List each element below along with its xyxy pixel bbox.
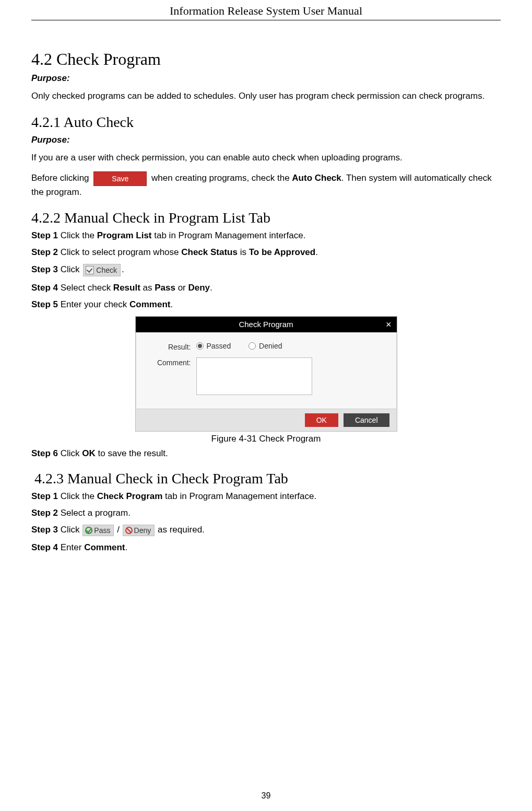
text-fragment: or <box>175 283 188 293</box>
purpose-label: Purpose: <box>31 135 501 145</box>
step-number: Step 1 <box>31 491 58 501</box>
text-fragment: tab in Program Management interface. <box>152 230 306 240</box>
bold-text: Comment <box>129 299 170 309</box>
dialog-title-bar: Check Program × <box>136 317 397 332</box>
step-number: Step 5 <box>31 299 58 309</box>
bold-text: Check Program <box>97 491 163 501</box>
bold-text: Pass <box>155 283 175 293</box>
text-fragment: tab in Program Management interface. <box>162 491 316 501</box>
check-button-label: Check <box>96 266 117 274</box>
text-fragment: . <box>125 542 128 552</box>
bold-text: Deny <box>188 283 210 293</box>
step-row: Step 3 Click Pass / Deny as required. <box>31 525 501 536</box>
pass-icon <box>85 527 92 534</box>
step-row: Step 4 Enter Comment. <box>31 542 501 553</box>
text-fragment: Click to select program whose <box>58 247 181 257</box>
cancel-button[interactable]: Cancel <box>344 413 389 427</box>
step-row: Step 6 Click OK to save the result. <box>31 448 501 459</box>
pass-button-label: Pass <box>94 526 110 535</box>
auto-check-paragraph: Before clicking Save when creating progr… <box>31 171 501 199</box>
purpose-text-4-2: Only checked programs can be added to sc… <box>31 90 501 102</box>
text-fragment: Select a program. <box>58 508 131 518</box>
step-row: Step 2 Select a program. <box>31 508 501 518</box>
check-program-dialog: Check Program × Result: Passed <box>135 316 397 432</box>
radio-icon <box>196 342 204 350</box>
radio-icon <box>249 342 256 350</box>
text-fragment: Enter your check <box>58 299 129 309</box>
figure-caption: Figure 4-31 Check Program <box>31 434 501 444</box>
step-number: Step 2 <box>31 508 58 518</box>
step-number: Step 4 <box>31 542 58 552</box>
heading-4-2-1: 4.2.1 Auto Check <box>31 114 501 131</box>
radio-denied[interactable]: Denied <box>249 342 282 350</box>
text-fragment: Enter <box>58 542 84 552</box>
comment-textarea[interactable] <box>196 357 312 395</box>
bold-text: To be Approved <box>249 247 316 257</box>
text-fragment: to save the result. <box>96 448 168 458</box>
comment-label: Comment: <box>149 357 196 367</box>
text-fragment: Click <box>58 448 82 458</box>
running-header: Information Release System User Manual <box>31 0 501 20</box>
step-number: Step 2 <box>31 247 58 257</box>
step-number: Step 4 <box>31 283 58 293</box>
step-row: Step 4 Select check Result as Pass or De… <box>31 283 501 293</box>
deny-button[interactable]: Deny <box>123 525 155 536</box>
text-fragment: as <box>140 283 155 293</box>
purpose-text-4-2-1: If you are a user with check permission,… <box>31 152 501 164</box>
heading-4-2-3: 4.2.3 Manual Check in Check Program Tab <box>34 470 501 487</box>
purpose-label: Purpose: <box>31 73 501 84</box>
radio-label: Passed <box>207 342 231 350</box>
pass-button[interactable]: Pass <box>82 525 114 536</box>
close-icon[interactable]: × <box>386 317 392 332</box>
radio-passed[interactable]: Passed <box>196 342 231 350</box>
ok-button[interactable]: OK <box>305 413 338 427</box>
text-fragment: Click the <box>58 230 97 240</box>
step-row: Step 1 Click the Program List tab in Pro… <box>31 230 501 241</box>
radio-label: Denied <box>259 342 282 350</box>
text-fragment: Click <box>58 265 82 275</box>
bold-text: Check Status <box>181 247 238 257</box>
text-fragment: Select check <box>58 283 113 293</box>
result-label: Result: <box>149 342 196 351</box>
bold-text: Result <box>113 283 140 293</box>
bold-text: Comment <box>84 542 125 552</box>
text-fragment: . <box>170 299 173 309</box>
dialog-title: Check Program <box>239 320 293 329</box>
step-number: Step 3 <box>31 265 58 275</box>
text-fragment: Before clicking <box>31 173 91 183</box>
check-icon <box>86 266 94 274</box>
check-button[interactable]: Check <box>83 264 121 276</box>
text-fragment: Click <box>58 525 82 535</box>
step-row: Step 5 Enter your check Comment. <box>31 299 501 310</box>
text-fragment: as required. <box>158 525 205 535</box>
text-fragment: . <box>210 283 212 293</box>
save-button[interactable]: Save <box>93 171 147 186</box>
step-number: Step 1 <box>31 230 58 240</box>
step-row: Step 2 Click to select program whose Che… <box>31 247 501 258</box>
heading-4-2: 4.2 Check Program <box>31 50 501 69</box>
bold-text: Auto Check <box>292 173 341 183</box>
bold-text: Program List <box>97 230 152 240</box>
page-number: 39 <box>0 791 532 801</box>
step-number: Step 3 <box>31 525 58 535</box>
step-row: Step 1 Click the Check Program tab in Pr… <box>31 491 501 502</box>
step-number: Step 6 <box>31 448 58 458</box>
text-fragment: . <box>315 247 318 257</box>
heading-4-2-2: 4.2.2 Manual Check in Program List Tab <box>31 210 501 226</box>
text-fragment: when creating programs, check the <box>151 173 292 183</box>
text-fragment: / <box>114 525 122 535</box>
text-fragment: . <box>122 265 124 275</box>
deny-icon <box>125 527 133 534</box>
deny-button-label: Deny <box>134 526 151 535</box>
text-fragment: is <box>238 247 249 257</box>
text-fragment: Click the <box>58 491 97 501</box>
step-row: Step 3 Click Check . <box>31 264 501 276</box>
bold-text: OK <box>82 448 96 458</box>
